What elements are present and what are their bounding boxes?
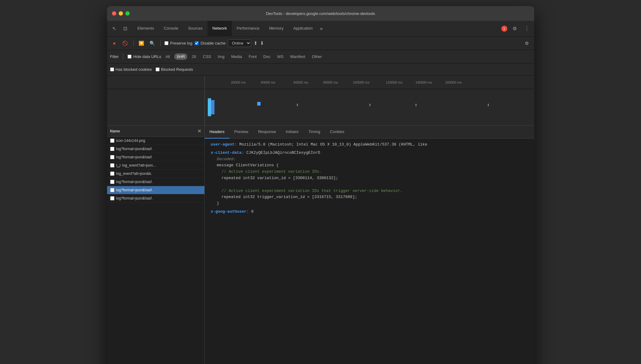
tab-response[interactable]: Response — [253, 126, 281, 139]
file-checkbox-4[interactable] — [110, 171, 114, 176]
code-line-1: message ClientVariations { — [217, 162, 528, 169]
decoded-label: Decoded: — [217, 156, 528, 163]
file-name-1: log?format=json&hasf. — [116, 147, 153, 151]
file-item-3[interactable]: log_event?alt=json... — [107, 161, 204, 170]
filter-button[interactable]: 🔽 — [137, 39, 146, 48]
headers-content[interactable]: user-agent: Mozilla/5.0 (Macintosh; Inte… — [205, 139, 534, 364]
waterfall-chart — [205, 89, 534, 125]
tab-initiator[interactable]: Initiator — [281, 126, 304, 139]
ruler-mark-140000: 140000 ms — [416, 81, 432, 84]
file-name-7: log?format=json&hasf. — [116, 196, 153, 200]
file-checkbox-2[interactable] — [110, 155, 114, 159]
file-item-2[interactable]: log?format=json&hasf. — [107, 153, 204, 161]
network-throttle-select[interactable]: Online — [228, 39, 251, 47]
more-options-icon[interactable]: ⋮ — [522, 24, 532, 34]
filter-type-all[interactable]: All — [163, 53, 172, 60]
file-checkbox-0[interactable] — [110, 139, 114, 143]
file-name-5: log?format=json&hasf. — [116, 180, 153, 184]
tab-sources[interactable]: Sources — [183, 21, 207, 37]
headers-tabs: Headers Preview Response Initiator Timin… — [205, 126, 534, 139]
download-button[interactable]: ⬇ — [260, 40, 264, 46]
close-pane-button[interactable]: ✕ — [197, 128, 201, 134]
traffic-lights — [112, 11, 130, 16]
tab-application[interactable]: Application — [288, 21, 318, 37]
x-goog-authuser-key: x-goog-authuser: — [211, 209, 249, 214]
toolbar-settings-icon[interactable]: ⚙ — [523, 39, 531, 48]
file-item-7[interactable]: log?format=json&hasf. — [107, 194, 204, 203]
filter-label: Filter — [110, 54, 119, 59]
file-item-1[interactable]: log?format=json&hasf. — [107, 145, 204, 153]
filter-type-css[interactable]: CSS — [200, 53, 214, 60]
file-name-0: icon-144x144.png — [116, 139, 145, 143]
tab-headers[interactable]: Headers — [205, 126, 229, 139]
blocked-requests-bar: Has blocked cookies Blocked Requests — [107, 63, 534, 76]
preserve-log-checkbox[interactable]: Preserve log — [164, 41, 193, 45]
file-checkbox-6[interactable] — [110, 188, 114, 192]
more-tabs-button[interactable]: » — [318, 25, 325, 33]
tab-elements[interactable]: Elements — [133, 21, 159, 37]
file-name-3: log_event?alt=json... — [122, 163, 156, 168]
file-item-0[interactable]: icon-144x144.png — [107, 137, 204, 145]
filter-type-img[interactable]: Img — [215, 53, 227, 60]
file-checkbox-1[interactable] — [110, 147, 114, 151]
tab-timing[interactable]: Timing — [304, 126, 325, 139]
ruler-mark-20000: 20000 ms — [231, 81, 246, 84]
upload-download-buttons: ⬆ ⬇ — [254, 40, 264, 46]
settings-icon[interactable]: ⚙ — [510, 24, 520, 34]
filter-type-doc[interactable]: Doc — [261, 53, 273, 60]
disable-cache-checkbox[interactable]: Disable cache — [195, 41, 225, 45]
file-checkbox-7[interactable] — [110, 196, 114, 200]
error-indicator: 1 — [501, 26, 507, 32]
filter-type-other[interactable]: Other — [309, 53, 324, 60]
ruler-mark-80000: 80000 ms — [323, 81, 338, 84]
user-agent-value: Mozilla/5.0 (Macintosh; Intel Mac OS X 1… — [239, 142, 427, 147]
file-item-6[interactable]: log?format=json&hasf. — [107, 186, 204, 194]
filter-type-xhr[interactable]: XHR — [174, 53, 187, 60]
filter-type-font[interactable]: Font — [246, 53, 259, 60]
ruler-mark-40000: 40000 ms — [261, 81, 275, 84]
has-blocked-cookies-checkbox[interactable]: Has blocked cookies — [110, 67, 152, 72]
cursor-icon[interactable]: ↖ — [110, 24, 119, 34]
tab-memory[interactable]: Memory — [264, 21, 288, 37]
wf-bar-2 — [208, 98, 211, 117]
minimize-button[interactable] — [119, 11, 123, 16]
close-button[interactable] — [112, 11, 116, 16]
tab-cookies[interactable]: Cookies — [325, 126, 349, 139]
search-button[interactable]: 🔍 — [148, 39, 157, 48]
mobile-icon[interactable]: ⊡ — [121, 24, 130, 34]
user-agent-row: user-agent: Mozilla/5.0 (Macintosh; Inte… — [211, 142, 528, 148]
file-name-6: log?format=json&hasf. — [116, 188, 153, 192]
filter-type-js[interactable]: JS — [189, 53, 199, 60]
timeline-ruler: 20000 ms 40000 ms 60000 ms 80000 ms 1000… — [205, 76, 534, 89]
file-item-4[interactable]: log_event?alt=json&k. — [107, 170, 204, 178]
file-item-5[interactable]: log?format=json&hasf. — [107, 178, 204, 186]
blocked-requests-checkbox[interactable]: Blocked Requests — [156, 67, 193, 72]
file-checkbox-3[interactable] — [110, 163, 114, 168]
stop-button[interactable]: 🚫 — [121, 39, 130, 48]
toolbar-separator-1 — [133, 40, 134, 46]
hide-data-urls-checkbox[interactable]: Hide data URLs — [128, 54, 161, 59]
code-line-7: } — [217, 200, 528, 207]
maximize-button[interactable] — [125, 11, 130, 16]
ruler-mark-160000: 160000 ms — [445, 81, 462, 84]
waterfall-left-panel — [107, 89, 205, 125]
file-name-4: log_event?alt=json&k. — [116, 171, 152, 176]
file-checkbox-5[interactable] — [110, 180, 114, 184]
filter-type-manifest[interactable]: Manifest — [288, 53, 308, 60]
tab-performance[interactable]: Performance — [232, 21, 264, 37]
code-line-3: repeated int32 variation_id = [3300114, … — [217, 175, 528, 182]
waterfall-area — [107, 89, 534, 126]
wf-dot-1 — [297, 104, 298, 106]
filter-type-ws[interactable]: WS — [275, 53, 286, 60]
code-block: message ClientVariations { // Active cli… — [217, 162, 528, 207]
code-line-5: // Active client experiment variation ID… — [217, 188, 528, 194]
devtools-window: DevTools - developers.google.com/web/too… — [107, 6, 534, 364]
filter-type-media[interactable]: Media — [229, 53, 244, 60]
x-client-data-value: CJK2yQEIpLbJAQirncoBCIesygEInrD — [247, 150, 320, 155]
tab-console[interactable]: Console — [159, 21, 183, 37]
tab-network[interactable]: Network — [207, 21, 232, 37]
ruler-mark-120000: 120000 ms — [386, 81, 402, 84]
record-button[interactable]: ● — [110, 39, 119, 48]
upload-button[interactable]: ⬆ — [254, 40, 257, 46]
tab-preview[interactable]: Preview — [229, 126, 253, 139]
